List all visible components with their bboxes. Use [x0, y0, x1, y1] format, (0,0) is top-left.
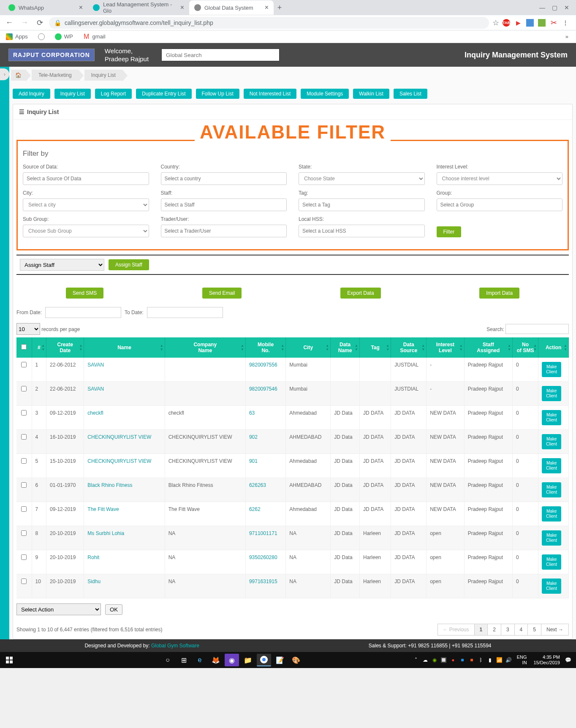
bookmark-whatsapp[interactable]: WP — [52, 32, 76, 42]
mobile-link[interactable]: 63 — [249, 410, 255, 416]
tab-global-data[interactable]: Global Data System × — [189, 0, 274, 15]
make-client-button[interactable]: Make Client — [542, 410, 561, 425]
from-date-input[interactable] — [45, 307, 121, 318]
mobile-link[interactable]: 9820097546 — [249, 386, 277, 392]
column-header[interactable]: Name▲▼ — [84, 337, 165, 358]
reload-button[interactable]: ⟳ — [34, 17, 46, 29]
send-email-button[interactable]: Send Email — [202, 288, 242, 299]
task-firefox[interactable]: 🦊 — [209, 654, 223, 666]
column-header[interactable]: DataName▲▼ — [331, 337, 360, 358]
task-view[interactable]: ⊞ — [177, 654, 191, 666]
row-checkbox[interactable] — [21, 458, 27, 464]
row-checkbox[interactable] — [21, 506, 27, 512]
trader-input[interactable] — [161, 225, 287, 237]
new-tab-button[interactable]: + — [274, 2, 285, 14]
breadcrumb-item[interactable]: Inquiry List — [84, 70, 122, 81]
mobile-link[interactable]: 902 — [249, 434, 258, 440]
tray-notifications-icon[interactable]: 💬 — [564, 656, 572, 664]
breadcrumb-item[interactable]: Tele-Marketing — [32, 70, 79, 81]
action-button[interactable]: Log Report — [95, 89, 132, 99]
make-client-button[interactable]: Make Client — [542, 458, 561, 473]
group-input[interactable] — [437, 198, 563, 211]
column-header[interactable]: Tag▲▼ — [359, 337, 391, 358]
column-header[interactable]: CompanyName▲▼ — [165, 337, 245, 358]
row-checkbox[interactable] — [21, 434, 27, 440]
tray-battery-icon[interactable]: ▮ — [486, 656, 494, 664]
column-header[interactable]: Noof SMS▲▼ — [513, 337, 538, 358]
state-select[interactable]: Choose State — [299, 172, 425, 185]
tray-icon[interactable]: ● — [449, 656, 457, 664]
tray-icon[interactable]: ■ — [459, 656, 466, 664]
make-client-button[interactable]: Make Client — [542, 482, 561, 497]
select-action-dropdown[interactable]: Select Action — [16, 603, 101, 615]
url-input[interactable]: 🔒 callingserver.globalgymsoftware.com/te… — [49, 17, 489, 29]
tray-bluetooth-icon[interactable]: ᛒ — [477, 656, 485, 664]
per-page-select[interactable]: 10 — [16, 323, 40, 335]
menu-icon[interactable]: ⋮ — [562, 19, 569, 27]
action-button[interactable]: Not Interested List — [244, 89, 296, 99]
action-button[interactable]: Sales List — [394, 89, 427, 99]
row-checkbox[interactable] — [21, 530, 27, 536]
mobile-link[interactable]: 6262 — [249, 506, 261, 512]
next-button[interactable]: Next → — [541, 624, 569, 636]
city-select[interactable]: Select a city — [23, 198, 149, 211]
prev-button[interactable]: ← Previous — [437, 624, 475, 636]
task-chrome[interactable] — [257, 654, 271, 666]
row-checkbox[interactable] — [21, 579, 27, 584]
tray-chevron-up-icon[interactable]: ˄ — [412, 656, 420, 664]
bookmark-gmail[interactable]: M gmail — [81, 32, 108, 42]
mobile-link[interactable]: 9711001171 — [249, 530, 277, 536]
subgroup-select[interactable]: Choose Sub Group — [23, 225, 149, 237]
ext-icon-3[interactable] — [526, 19, 534, 27]
assign-staff-button[interactable]: Assign Staff — [109, 259, 149, 270]
make-client-button[interactable]: Make Client — [542, 506, 561, 522]
page-button[interactable]: 2 — [487, 624, 501, 636]
row-checkbox[interactable] — [21, 554, 27, 560]
name-link[interactable]: Ms Surbhi Lohia — [87, 530, 124, 536]
taskbar-clock[interactable]: 4:35 PM 15/Dec/2019 — [531, 655, 562, 666]
mobile-link[interactable]: 9820097556 — [249, 362, 277, 368]
task-explorer[interactable]: 📁 — [241, 654, 255, 666]
interest-select[interactable]: Choose interest level — [437, 172, 563, 185]
ok-button[interactable]: OK — [105, 604, 122, 615]
name-link[interactable]: CHECKINQUIRYLIST VIEW — [87, 458, 151, 464]
column-header[interactable]: CreateDate▲▼ — [46, 337, 84, 358]
column-header[interactable]: InterestLevel▲▼ — [427, 337, 464, 358]
ext-icon-1[interactable]: TAB — [503, 19, 510, 27]
name-link[interactable]: Black Rhino Fitness — [87, 482, 132, 488]
bookmarks-overflow[interactable]: » — [565, 33, 573, 40]
breadcrumb-home[interactable]: 🏠 — [11, 70, 26, 81]
action-button[interactable]: Duplicate Entry List — [136, 89, 191, 99]
send-sms-button[interactable]: Send SMS — [66, 288, 103, 299]
tab-lead-mgmt[interactable]: Lead Management System - Glo × — [88, 0, 189, 15]
mobile-link[interactable]: 626263 — [249, 482, 266, 488]
table-search-input[interactable] — [505, 324, 569, 334]
close-icon[interactable]: × — [79, 4, 83, 11]
minimize-button[interactable]: — — [539, 4, 545, 11]
task-cortana[interactable]: ○ — [160, 654, 175, 666]
ext-icon-5[interactable]: ✂ — [550, 19, 557, 27]
tray-volume-icon[interactable]: 🔊 — [505, 656, 513, 664]
make-client-button[interactable]: Make Client — [542, 386, 561, 401]
column-header[interactable]: #▲▼ — [32, 337, 46, 358]
close-window-button[interactable]: ✕ — [564, 4, 569, 11]
name-link[interactable]: checkfl — [87, 410, 103, 416]
filter-button[interactable]: Filter — [437, 226, 462, 237]
star-icon[interactable]: ☆ — [492, 18, 499, 27]
select-all-checkbox[interactable] — [21, 344, 27, 350]
make-client-button[interactable]: Make Client — [542, 434, 561, 449]
row-checkbox[interactable] — [21, 482, 27, 488]
source-input[interactable] — [23, 172, 149, 185]
name-link[interactable]: Rohit — [87, 554, 99, 560]
column-header[interactable]: MobileNo.▲▼ — [245, 337, 285, 358]
mobile-link[interactable]: 901 — [249, 458, 258, 464]
assign-staff-select[interactable]: Assign Staff — [20, 259, 104, 271]
maximize-button[interactable]: ▢ — [552, 4, 557, 11]
mobile-link[interactable]: 9971631915 — [249, 579, 277, 584]
import-data-button[interactable]: Import Data — [479, 288, 519, 299]
action-button[interactable]: Module Settings — [301, 89, 349, 99]
taskbar-lang[interactable]: ENG IN — [514, 655, 530, 666]
tray-icon[interactable]: ☁ — [421, 656, 429, 664]
row-checkbox[interactable] — [21, 410, 27, 416]
name-link[interactable]: CHECKINQUIRYLIST VIEW — [87, 434, 151, 440]
